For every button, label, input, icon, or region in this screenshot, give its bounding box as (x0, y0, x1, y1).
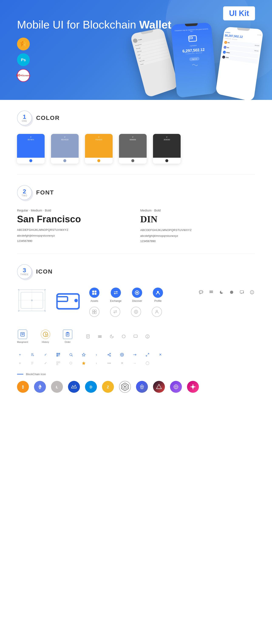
sketch-badge (17, 38, 30, 50)
svg-marker-101 (82, 362, 86, 364)
svg-rect-94 (31, 362, 34, 362)
svg-rect-33 (92, 312, 94, 314)
nav-exchange-outline (110, 307, 120, 317)
order-label: Order (64, 341, 70, 343)
svg-point-121 (192, 388, 194, 389)
svg-point-86 (110, 353, 111, 354)
svg-marker-105 (38, 384, 40, 388)
svg-text:₿: ₿ (22, 385, 24, 389)
chevron-left-icon-active: ‹ (94, 352, 100, 358)
share-icon-active (106, 352, 112, 358)
font-sf-style: Regular · Medium · Bold (17, 208, 132, 212)
svg-point-37 (156, 310, 158, 312)
svg-point-123 (194, 386, 196, 387)
layers-icon (208, 289, 214, 295)
management-icon-item: Mangment (17, 330, 28, 343)
svg-rect-32 (94, 310, 96, 311)
svg-point-87 (108, 354, 109, 355)
font-din-numbers: 1234567890 (140, 240, 255, 243)
upload-icon-active (132, 352, 138, 358)
nav-profile-filled: Profile (153, 288, 163, 302)
svg-point-18 (44, 289, 46, 290)
ltc-icon: Ł (51, 381, 63, 393)
font-sf-numbers: 1234567890 (17, 239, 132, 242)
svg-rect-23 (74, 299, 78, 302)
history-label: History (42, 341, 49, 343)
hero-title: Mobile UI for Blockchain Wallet (17, 18, 255, 31)
matic-icon (170, 381, 182, 393)
svg-marker-104 (40, 384, 42, 388)
swatch-gray: #666666 (119, 134, 146, 164)
svg-point-119 (192, 386, 194, 388)
svg-point-91 (122, 354, 122, 355)
svg-rect-31 (92, 310, 94, 311)
blockchain-accent-line (17, 374, 24, 374)
dots-icon-gray: ••• (106, 360, 112, 366)
dot-icon (187, 381, 199, 393)
svg-point-102 (146, 362, 149, 365)
svg-rect-76 (57, 354, 58, 354)
lsk-icon (136, 381, 148, 393)
main-content: 1 ONE COLOR #3574FA #8DA0C8 #F5A623 (0, 100, 272, 408)
svg-rect-38 (210, 292, 213, 292)
info-outline-icon (144, 334, 150, 340)
crescent-icon (218, 289, 224, 295)
circle-icon (229, 289, 234, 295)
svg-rect-99 (57, 364, 58, 365)
check-icon-active: ✓ (42, 352, 48, 358)
svg-rect-24 (92, 290, 94, 292)
order-icon-item: Order (63, 330, 72, 343)
svg-text:Z: Z (107, 385, 109, 389)
nav-icons-area: Assets Exchange Discover (89, 288, 190, 321)
swatch-grayblue: #8DA0C8 (51, 134, 78, 164)
swatch-orange: #F5A623 (85, 134, 112, 164)
history-icon-item: ↻ History (41, 330, 50, 343)
svg-rect-62 (98, 336, 102, 336)
svg-rect-64 (98, 337, 102, 338)
font-din: Medium · Bold DIN ABCDEFGHIJKLMNOPQRSTUV… (140, 208, 255, 243)
font-grid: Regular · Medium · Bold San Francisco AB… (17, 208, 255, 243)
svg-line-84 (72, 355, 72, 356)
management-icon (18, 330, 27, 339)
chevron-left-icon-gray: ‹ (94, 360, 100, 366)
svg-marker-115 (156, 384, 162, 389)
icon-section-header: 3 THREE ICON (17, 264, 255, 279)
svg-rect-97 (57, 362, 58, 363)
dash-icon: D (85, 381, 97, 393)
font-sf-uppercase: ABCDEFGHIJKLMNOPQRSTUVWXYZ (17, 228, 132, 232)
svg-rect-96 (31, 364, 33, 364)
svg-point-16 (31, 300, 33, 301)
font-section-title: FONT (36, 189, 54, 196)
svg-point-30 (157, 291, 159, 293)
profile-icon-filled (153, 288, 163, 298)
nav-assets-outline (89, 307, 100, 317)
svg-line-92 (148, 353, 149, 354)
edit-list-icon-gray (30, 360, 36, 366)
qr-icon-active (55, 352, 61, 358)
eth-icon (34, 381, 46, 393)
bottom-icons-row: Mangment ↻ History Order (17, 330, 255, 343)
moon-icon (109, 334, 115, 340)
zcash-icon: Z (102, 381, 114, 393)
info-icon (249, 289, 255, 295)
section-number-2: 2 TWO (17, 185, 32, 200)
svg-point-29 (136, 292, 138, 294)
small-icons-gray-row: + ✓ ‹ ••• ✕ → (17, 360, 255, 366)
photoshop-badge: Ps (17, 53, 30, 66)
discover-icon-filled (132, 288, 142, 298)
nav-icons-filled-row: Assets Exchange Discover (89, 288, 190, 302)
font-section-header: 2 TWO FONT (17, 185, 255, 200)
assets-icon-filled (89, 288, 100, 298)
x-icon-gray: ✕ (119, 360, 125, 366)
color-section-title: COLOR (36, 114, 60, 121)
svg-line-93 (146, 355, 147, 356)
svg-rect-63 (98, 336, 102, 337)
qr-icon-gray (55, 360, 61, 366)
svg-point-20 (44, 310, 46, 312)
color-section-header: 1 ONE COLOR (17, 110, 255, 126)
hero-left-content: Mobile UI for Blockchain Wallet Ps 60+ S… (17, 18, 255, 82)
chat-box-icon (132, 334, 138, 340)
svg-point-88 (110, 355, 111, 356)
svg-marker-85 (82, 353, 86, 356)
svg-rect-95 (31, 363, 34, 363)
